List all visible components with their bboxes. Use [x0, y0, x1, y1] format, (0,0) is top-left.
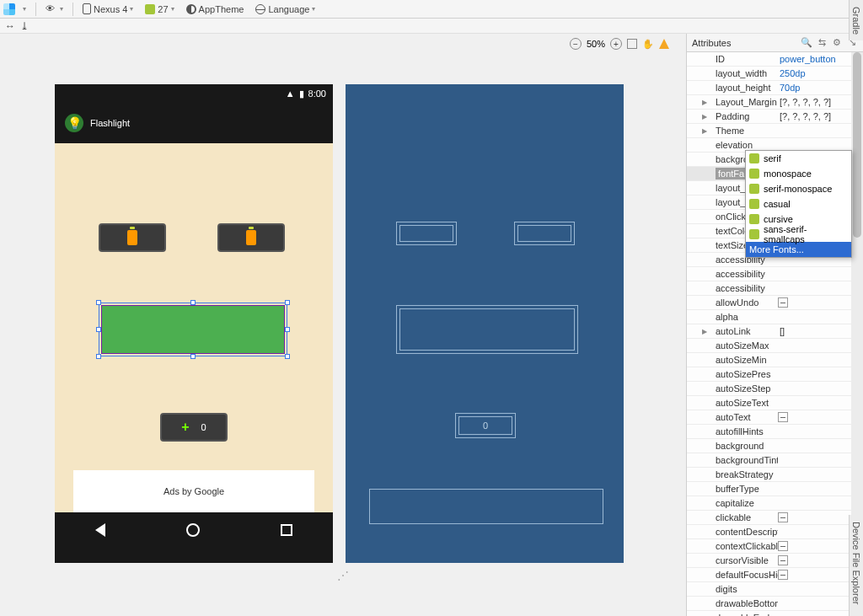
- attr-row-contextClickable[interactable]: contextClickable: [687, 539, 863, 554]
- attr-row-drawableEnd[interactable]: drawableEnd: [687, 611, 863, 616]
- nav-home-icon[interactable]: [186, 523, 200, 537]
- counter-button[interactable]: + 0: [160, 413, 228, 442]
- attr-row-autoSizeStep[interactable]: autoSizeStep: [687, 382, 863, 396]
- attr-row-accessibility[interactable]: accessibility: [687, 267, 863, 281]
- attr-row-autoSizePres[interactable]: autoSizePres: [687, 367, 863, 382]
- attr-value[interactable]: 250dp: [778, 68, 863, 78]
- attr-row-clickable[interactable]: clickable: [687, 511, 863, 525]
- attr-row-capitalize[interactable]: capitalize: [687, 496, 863, 511]
- attr-row-cursorVisible[interactable]: cursorVisible: [687, 554, 863, 568]
- pan-button[interactable]: ✋: [642, 39, 654, 50]
- attr-value[interactable]: 70dp: [778, 83, 863, 93]
- checkbox[interactable]: [778, 412, 788, 422]
- expand-icon[interactable]: ▶: [702, 328, 710, 335]
- resize-handle[interactable]: [285, 327, 290, 332]
- expand-icon[interactable]: ▶: [702, 99, 710, 106]
- warning-icon[interactable]: [659, 39, 669, 49]
- bp-toggle-right[interactable]: [514, 222, 575, 245]
- resize-handle[interactable]: [190, 354, 196, 359]
- attr-row-accessibility[interactable]: accessibility: [687, 281, 863, 296]
- checkbox[interactable]: [778, 297, 788, 308]
- checkbox[interactable]: [778, 541, 788, 551]
- attr-row-Layout_Margin[interactable]: ▶Layout_Margin[?, ?, ?, ?, ?]: [687, 95, 863, 110]
- design-preview[interactable]: ▲ ▮ 8:00 💡 Flashlight: [55, 84, 333, 563]
- zoom-in-button[interactable]: +: [610, 38, 622, 50]
- attr-row-alpha[interactable]: alpha: [687, 310, 863, 324]
- attr-row-Padding[interactable]: ▶Padding[?, ?, ?, ?, ?]: [687, 110, 863, 124]
- gear-icon[interactable]: ⚙: [831, 37, 843, 49]
- font-option-sans-serif-smallcaps[interactable]: sans-serif-smallcaps: [746, 227, 851, 242]
- font-option-serif-monospace[interactable]: serif-monospace: [746, 181, 851, 196]
- resize-handle[interactable]: [96, 354, 101, 359]
- attr-row-autofillHints[interactable]: autofillHints: [687, 425, 863, 439]
- font-option-monospace[interactable]: monospace: [746, 166, 851, 181]
- view-options-dropdown[interactable]: 👁▾: [41, 3, 67, 15]
- resize-handle[interactable]: [285, 300, 290, 305]
- attr-row-ID[interactable]: IDpower_button: [687, 52, 863, 67]
- resize-grip-icon[interactable]: ⋰: [337, 569, 349, 582]
- resize-handle[interactable]: [96, 327, 101, 332]
- nav-recents-icon[interactable]: [281, 524, 292, 536]
- attr-row-autoText[interactable]: autoText: [687, 410, 863, 425]
- device-dropdown[interactable]: Nexus 4 ▾: [78, 3, 137, 14]
- ad-banner: Ads by Google: [73, 470, 314, 512]
- nav-back-icon[interactable]: [95, 523, 105, 537]
- bp-counter[interactable]: 0: [455, 413, 516, 438]
- plus-icon: +: [181, 420, 189, 435]
- expand-icon[interactable]: ▶: [702, 113, 710, 121]
- language-dropdown[interactable]: Language ▾: [251, 4, 319, 14]
- attr-row-autoSizeMin[interactable]: autoSizeMin: [687, 353, 863, 367]
- attr-value[interactable]: []: [778, 326, 863, 336]
- device-file-explorer-tab[interactable]: Device File Explorer: [849, 515, 863, 616]
- checkbox[interactable]: [778, 570, 788, 580]
- checkbox[interactable]: [778, 512, 788, 522]
- toggle-button-left[interactable]: [99, 223, 166, 252]
- attr-row-contentDescription[interactable]: contentDescription: [687, 525, 863, 539]
- attr-row-defaultFocusHighlight[interactable]: defaultFocusHighlight: [687, 568, 863, 582]
- design-canvas[interactable]: − 50% + ✋ ▲ ▮ 8:00 💡 Flashlight: [0, 34, 686, 616]
- attr-row-layout_height[interactable]: layout_height70dp: [687, 81, 863, 95]
- attr-value[interactable]: [?, ?, ?, ?, ?]: [778, 111, 863, 121]
- font-option-serif[interactable]: serif: [746, 151, 851, 166]
- attr-row-backgroundTint[interactable]: backgroundTint: [687, 453, 863, 468]
- attr-value[interactable]: [?, ?, ?, ?, ?]: [778, 97, 863, 107]
- attr-row-autoSizeMax[interactable]: autoSizeMax: [687, 339, 863, 353]
- search-icon[interactable]: 🔍: [801, 37, 812, 49]
- arrow-left-right-icon[interactable]: ↔: [5, 20, 15, 32]
- layout-content[interactable]: + 0 Ads by Google: [55, 143, 333, 512]
- attributes-list[interactable]: IDpower_buttonlayout_width250dplayout_he…: [687, 52, 863, 616]
- toggle-dropdown[interactable]: ▾: [19, 5, 30, 13]
- attr-value[interactable]: power_button: [778, 54, 863, 64]
- resize-handle[interactable]: [285, 354, 290, 359]
- attr-row-digits[interactable]: digits: [687, 582, 863, 597]
- scrollbar-thumb[interactable]: [853, 52, 861, 238]
- attr-row-drawableBottom[interactable]: drawableBottom: [687, 597, 863, 611]
- attributes-header: Attributes 🔍 ⇆ ⚙ ↘: [687, 34, 863, 52]
- blueprint-preview[interactable]: 0: [346, 84, 624, 563]
- theme-dropdown[interactable]: AppTheme: [182, 4, 249, 14]
- attr-row-allowUndo[interactable]: allowUndo: [687, 296, 863, 310]
- attr-row-background[interactable]: background: [687, 439, 863, 453]
- font-option-casual[interactable]: casual: [746, 196, 851, 212]
- gradle-tab[interactable]: Gradle: [849, 0, 863, 40]
- bp-toggle-left[interactable]: [396, 222, 457, 245]
- arrow-down-icon[interactable]: ⤓: [20, 20, 29, 32]
- checkbox[interactable]: [778, 555, 788, 565]
- bp-power-button[interactable]: [396, 305, 578, 354]
- attr-row-layout_width[interactable]: layout_width250dp: [687, 67, 863, 81]
- attr-row-autoLink[interactable]: ▶autoLink[]: [687, 324, 863, 339]
- expand-icon[interactable]: ▶: [702, 127, 710, 135]
- resize-handle[interactable]: [190, 300, 196, 305]
- attr-row-breakStrategy[interactable]: breakStrategy: [687, 468, 863, 482]
- attr-row-Theme[interactable]: ▶Theme: [687, 124, 863, 138]
- fit-screen-button[interactable]: [627, 39, 637, 49]
- zoom-out-button[interactable]: −: [570, 38, 582, 50]
- attr-row-autoSizeText[interactable]: autoSizeText: [687, 396, 863, 410]
- bp-ad-banner[interactable]: [369, 489, 603, 524]
- toggle-button-right[interactable]: [217, 223, 285, 252]
- resize-handle[interactable]: [96, 300, 101, 305]
- api-dropdown[interactable]: 27 ▾: [141, 4, 178, 14]
- collapse-icon[interactable]: ⇆: [816, 37, 828, 49]
- font-option-more[interactable]: More Fonts...: [746, 242, 851, 257]
- attr-row-bufferType[interactable]: bufferType: [687, 482, 863, 496]
